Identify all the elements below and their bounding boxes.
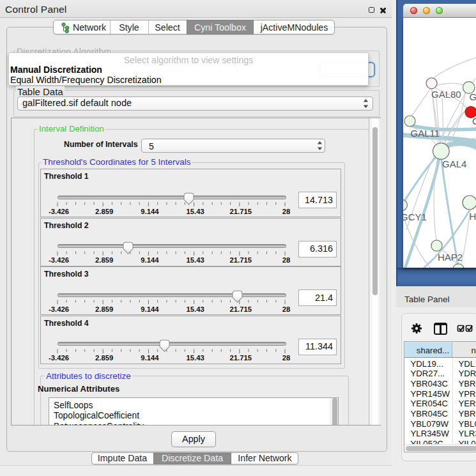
svg-text:GAL4: GAL4 <box>442 158 466 169</box>
svg-text:GAL80: GAL80 <box>431 89 461 100</box>
svg-text:GAL11: GAL11 <box>411 128 440 139</box>
svg-text:GCY1: GCY1 <box>403 211 427 222</box>
svg-text:CRP1: CRP1 <box>472 116 476 127</box>
svg-text:HIS4: HIS4 <box>470 211 476 222</box>
svg-text:GAL3: GAL3 <box>470 91 476 102</box>
svg-text:HAP2: HAP2 <box>438 252 463 263</box>
